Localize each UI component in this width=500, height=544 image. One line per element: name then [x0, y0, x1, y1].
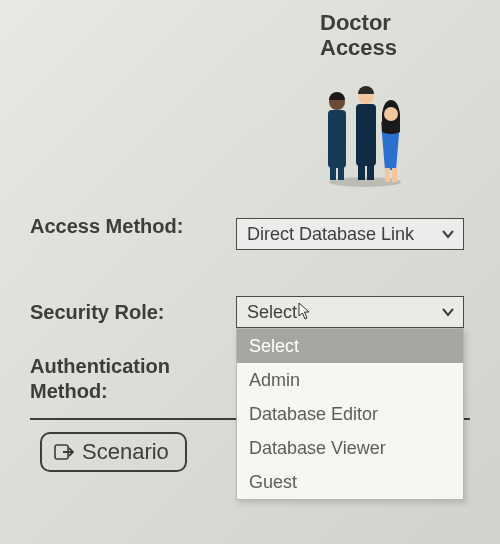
dropdown-option-database-viewer[interactable]: Database Viewer [237, 431, 463, 465]
access-method-label: Access Method: [30, 214, 220, 239]
access-method-value: Direct Database Link [247, 224, 414, 245]
scenario-button-label: Scenario [82, 439, 169, 465]
dropdown-option-admin[interactable]: Admin [237, 363, 463, 397]
security-role-select[interactable]: Select [236, 296, 464, 328]
svg-rect-10 [392, 168, 397, 182]
svg-rect-7 [367, 164, 374, 180]
chevron-down-icon [441, 305, 455, 319]
page-title-line1: Doctor [320, 10, 391, 35]
share-icon [54, 442, 74, 462]
people-icon [320, 80, 410, 188]
svg-rect-2 [330, 166, 336, 180]
scenario-button[interactable]: Scenario [40, 432, 187, 472]
access-method-select[interactable]: Direct Database Link [236, 218, 464, 250]
dropdown-option-database-editor[interactable]: Database Editor [237, 397, 463, 431]
svg-point-12 [384, 107, 398, 121]
page-title: Doctor Access [320, 10, 397, 61]
security-role-label: Security Role: [30, 300, 220, 325]
security-role-value: Select [247, 302, 297, 323]
svg-rect-9 [385, 168, 390, 182]
page-title-line2: Access [320, 35, 397, 60]
auth-method-label: Authentication Method: [30, 354, 220, 404]
svg-rect-6 [358, 164, 365, 180]
svg-rect-5 [356, 104, 376, 166]
svg-rect-3 [338, 166, 344, 180]
security-role-dropdown[interactable]: Select Admin Database Editor Database Vi… [236, 328, 464, 500]
dropdown-option-guest[interactable]: Guest [237, 465, 463, 499]
svg-rect-1 [328, 110, 346, 168]
dropdown-option-select[interactable]: Select [237, 329, 463, 363]
chevron-down-icon [441, 227, 455, 241]
